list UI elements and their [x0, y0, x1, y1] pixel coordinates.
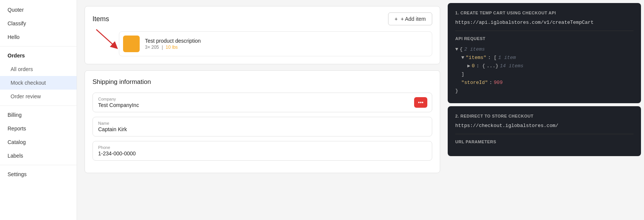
code-comment-root: 2 items: [464, 45, 485, 54]
collapse-arrow-item0[interactable]: ▶: [467, 62, 470, 70]
storeid-value: 909: [494, 79, 502, 87]
sidebar-item-quoter[interactable]: Quoter: [0, 3, 77, 17]
sidebar-item-reports[interactable]: Reports: [0, 122, 77, 135]
name-field: Name Captain Kirk: [92, 117, 432, 136]
product-item-wrapper: Test product description 3× 205 | 10 lbs: [92, 31, 432, 56]
company-label: Company: [98, 97, 427, 101]
code-line-bracket-close: ]: [455, 70, 633, 79]
main-content: Items + + Add item Test product descript: [77, 0, 448, 220]
api-card-2-title: 2. REDIRECT TO STORE CHECKOUT: [455, 114, 633, 118]
product-quantity: 3× 205: [145, 45, 159, 50]
api-request-label: API REQUEST: [455, 36, 633, 41]
shipping-title: Shipping information: [92, 78, 432, 86]
company-field: Company Test CompanyInc •••: [92, 93, 432, 112]
code-line-1: ▼ { 2 items: [455, 45, 633, 54]
items-header: Items + + Add item: [92, 12, 432, 25]
sidebar-divider-2: [0, 105, 77, 106]
product-meta: 3× 205 | 10 lbs: [145, 45, 428, 50]
sidebar: Quoter Classify Hello Orders All orders …: [0, 0, 77, 220]
api-divider-1: [455, 31, 633, 31]
sidebar-section-orders: Orders: [0, 49, 77, 62]
add-item-label: + Add item: [401, 16, 426, 22]
add-item-button[interactable]: + + Add item: [388, 12, 432, 25]
code-comment-item0: 14 items: [500, 62, 523, 70]
api-card-1-url: https://api.iglobalstores.com/v1/createT…: [455, 20, 633, 25]
code-line-root-close: }: [455, 87, 633, 95]
items-section: Items + + Add item Test product descript: [85, 6, 440, 64]
product-info: Test product description 3× 205 | 10 lbs: [145, 38, 428, 50]
sidebar-item-all-orders[interactable]: All orders: [0, 62, 77, 76]
ellipsis-icon: •••: [418, 99, 424, 105]
sidebar-item-settings[interactable]: Settings: [0, 167, 77, 181]
product-name: Test product description: [145, 38, 428, 44]
product-thumbnail: [123, 36, 140, 52]
sidebar-item-classify[interactable]: Classify: [0, 17, 77, 30]
code-block: ▼ { 2 items ▼ "items" : [ 1 item ▶ 0 : {…: [455, 45, 633, 96]
name-value: Captain Kirk: [98, 126, 427, 132]
shipping-section: Shipping information Company Test Compan…: [85, 70, 440, 173]
sidebar-divider: [0, 46, 77, 46]
sidebar-divider-3: [0, 165, 77, 165]
company-value: Test CompanyInc: [98, 102, 427, 108]
name-label: Name: [98, 121, 427, 125]
company-actions: •••: [414, 97, 427, 108]
plus-icon: +: [394, 16, 397, 22]
product-weight: 10 lbs: [166, 45, 178, 50]
sidebar-item-mock-checkout[interactable]: Mock checkout: [0, 76, 77, 90]
api-card-1-title: 1. CREATE TEMP CART USING CHECKOUT API: [455, 11, 633, 15]
collapse-arrow-items[interactable]: ▼: [461, 54, 464, 62]
company-action-button[interactable]: •••: [414, 97, 427, 108]
api-card-2: 2. REDIRECT TO STORE CHECKOUT https://ch…: [448, 106, 641, 156]
code-line-storeid: "storeId" : 909: [455, 79, 633, 87]
code-comment-items: 1 item: [498, 54, 516, 62]
collapse-arrow-root[interactable]: ▼: [455, 45, 458, 54]
url-params-label: URL PARAMETERS: [455, 139, 633, 144]
sidebar-item-catalog[interactable]: Catalog: [0, 135, 77, 149]
phone-label: Phone: [98, 145, 427, 150]
items-title: Items: [92, 15, 109, 23]
code-line-items: ▼ "items" : [ 1 item: [455, 54, 633, 62]
api-card-2-url: https://checkout.iglobalstores.com/: [455, 123, 633, 129]
api-divider-2: [455, 134, 633, 134]
sidebar-item-order-review[interactable]: Order review: [0, 90, 77, 103]
product-item: Test product description 3× 205 | 10 lbs: [119, 31, 432, 56]
meta-separator: |: [162, 45, 164, 50]
red-arrow-annotation: [92, 28, 123, 54]
sidebar-item-labels[interactable]: Labels: [0, 149, 77, 163]
api-card-1: 1. CREATE TEMP CART USING CHECKOUT API h…: [448, 3, 641, 103]
right-panel: 1. CREATE TEMP CART USING CHECKOUT API h…: [448, 0, 644, 220]
code-line-item0: ▶ 0 : { ...} 14 items: [455, 62, 633, 70]
sidebar-item-billing[interactable]: Billing: [0, 108, 77, 122]
sidebar-item-hello[interactable]: Hello: [0, 30, 77, 44]
phone-field: Phone 1-234-000-0000: [92, 141, 432, 161]
phone-value: 1-234-000-0000: [98, 150, 427, 156]
